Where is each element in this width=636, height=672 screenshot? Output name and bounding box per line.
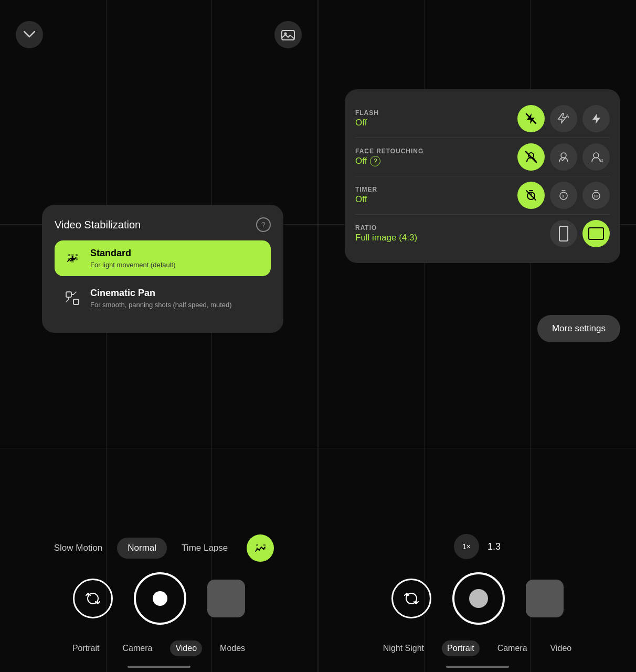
grid-line [0, 448, 317, 448]
svg-rect-18 [589, 228, 603, 239]
chevron-down-button[interactable] [16, 21, 43, 48]
flip-camera-button-portrait[interactable] [391, 579, 431, 618]
timer-3s-button[interactable]: 3 [550, 182, 577, 209]
svg-text:10: 10 [593, 194, 598, 198]
shutter-button[interactable] [134, 572, 186, 625]
stabilization-standard-icon [63, 249, 82, 268]
retouch-help-icon[interactable]: ? [370, 156, 380, 166]
bottom-nav-right: Night Sight Portrait Camera Video [319, 640, 636, 656]
nav-video[interactable]: Video [170, 640, 202, 656]
grid-line [319, 448, 636, 448]
shutter-inner [153, 591, 167, 606]
setting-row-timer: TIMER Off 3 [355, 176, 610, 215]
retouch-label: FACE RETOUCHING [355, 148, 423, 155]
retouch-max-button[interactable]: ×2 [582, 143, 610, 171]
option-standard[interactable]: Standard For light movement (default) [55, 240, 271, 276]
svg-text:×2: ×2 [599, 158, 603, 163]
camera-modes-bar: Slow Motion Normal Time Lapse [0, 534, 317, 562]
ratio-options [550, 220, 610, 247]
stabilization-fab[interactable] [247, 534, 274, 562]
retouch-subtle-button[interactable] [550, 143, 577, 171]
flash-options: A [517, 105, 610, 132]
retouch-off-button[interactable] [517, 143, 545, 171]
top-controls [0, 21, 317, 48]
flash-on-button[interactable] [582, 105, 610, 132]
grid-line [211, 0, 212, 672]
mode-normal[interactable]: Normal [117, 538, 167, 559]
home-indicator [128, 666, 190, 668]
nav-camera[interactable]: Camera [118, 640, 158, 656]
setting-flash-info: FLASH Off [355, 109, 379, 128]
nav-portrait[interactable]: Portrait [67, 640, 105, 656]
svg-rect-17 [559, 226, 568, 241]
gallery-thumbnail-portrait[interactable] [526, 580, 564, 617]
svg-rect-0 [282, 30, 294, 40]
retouch-value: Off ? [355, 156, 423, 166]
timer-off-button[interactable] [517, 182, 545, 209]
gallery-button[interactable] [274, 21, 302, 48]
mode-slow-motion[interactable]: Slow Motion [44, 538, 113, 559]
nav-portrait[interactable]: Portrait [442, 640, 480, 656]
timer-10s-button[interactable]: 10 [582, 182, 610, 209]
flash-label: FLASH [355, 109, 379, 117]
setting-retouch-info: FACE RETOUCHING Off ? [355, 148, 423, 166]
retouch-options: ×2 [517, 143, 610, 171]
setting-ratio-info: RATIO Full image (4:3) [355, 224, 417, 243]
shutter-inner-portrait [469, 589, 488, 608]
option-cinematic[interactable]: Cinematic Pan For smooth, panning shots … [55, 280, 271, 316]
ratio-43-button[interactable] [582, 220, 610, 247]
popup-header: Video Stabilization ? [55, 217, 271, 232]
svg-text:3: 3 [562, 194, 565, 198]
flash-value: Off [355, 118, 379, 128]
video-stabilization-popup: Video Stabilization ? Standard For light… [42, 205, 283, 333]
nav-night-sight[interactable]: Night Sight [378, 640, 429, 656]
popup-title: Video Stabilization [55, 219, 141, 231]
grid-overlay [0, 0, 317, 672]
zoom-controls: 1× 1.3 [319, 534, 636, 559]
ratio-916-button[interactable] [550, 220, 577, 247]
shutter-button-portrait[interactable] [452, 572, 505, 625]
shutter-area-portrait [319, 572, 636, 625]
timer-label: TIMER [355, 186, 377, 193]
option-cinematic-desc: For smooth, panning shots (half speed, m… [90, 301, 232, 309]
setting-timer-info: TIMER Off [355, 186, 377, 205]
svg-rect-2 [66, 292, 71, 297]
nav-camera-right[interactable]: Camera [492, 640, 533, 656]
svg-text:A: A [566, 113, 569, 119]
zoom-1x-button[interactable]: 1× [454, 534, 479, 559]
ratio-value: Full image (4:3) [355, 233, 417, 243]
setting-row-flash: FLASH Off A [355, 100, 610, 138]
nav-video-right[interactable]: Video [545, 640, 577, 656]
ratio-label: RATIO [355, 224, 417, 232]
flash-auto-button[interactable]: A [550, 105, 577, 132]
timer-value: Off [355, 194, 377, 205]
mode-time-lapse[interactable]: Time Lapse [171, 538, 238, 559]
svg-rect-3 [73, 299, 79, 304]
help-icon[interactable]: ? [256, 217, 271, 232]
gallery-thumbnail[interactable] [207, 580, 245, 617]
timer-options: 3 10 [517, 182, 610, 209]
nav-modes[interactable]: Modes [215, 640, 250, 656]
right-panel: FLASH Off A [319, 0, 636, 672]
setting-row-ratio: RATIO Full image (4:3) [355, 215, 610, 253]
bottom-nav-left: Portrait Camera Video Modes [0, 640, 317, 656]
more-settings-button[interactable]: More settings [537, 315, 620, 342]
flash-off-button[interactable] [517, 105, 545, 132]
option-standard-text: Standard For light movement (default) [90, 248, 176, 269]
option-cinematic-title: Cinematic Pan [90, 288, 232, 299]
zoom-value: 1.3 [487, 541, 501, 552]
stabilization-cinematic-icon [63, 289, 82, 308]
home-indicator-right [446, 666, 509, 668]
option-standard-desc: For light movement (default) [90, 261, 176, 269]
left-panel: Video Stabilization ? Standard For light… [0, 0, 317, 672]
option-cinematic-text: Cinematic Pan For smooth, panning shots … [90, 288, 232, 309]
setting-row-face-retouch: FACE RETOUCHING Off ? [355, 138, 610, 176]
camera-settings-popup: FLASH Off A [345, 89, 620, 263]
option-standard-title: Standard [90, 248, 176, 259]
flip-camera-button[interactable] [73, 579, 113, 618]
shutter-area [0, 572, 317, 625]
